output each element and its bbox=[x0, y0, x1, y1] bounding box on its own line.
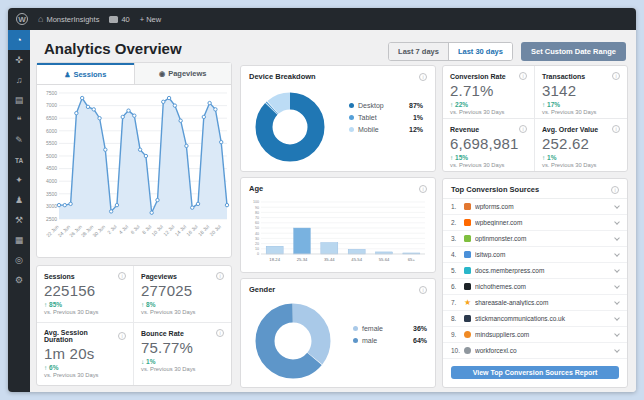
info-icon[interactable]: i bbox=[612, 125, 620, 133]
svg-text:0: 0 bbox=[257, 252, 259, 256]
chevron-down-icon[interactable] bbox=[614, 331, 620, 337]
ecommerce-stats-grid: Conversion Ratei2.71%↑ 22%vs. Previous 3… bbox=[442, 65, 628, 172]
favicon-icon bbox=[464, 331, 471, 338]
wp-admin-bar: W ⌂ MonsterInsights 40 + New bbox=[8, 8, 636, 30]
chevron-down-icon[interactable] bbox=[614, 267, 620, 273]
set-custom-date-range-button[interactable]: Set Custom Date Range bbox=[521, 42, 626, 61]
stat-card-bounce-rate: Bounce Ratei75.77%↓ 1%vs. Previous 30 Da… bbox=[134, 323, 231, 385]
sidebar-item-plugins[interactable]: ✦ bbox=[8, 170, 30, 190]
svg-text:80: 80 bbox=[255, 211, 259, 215]
site-name-menu[interactable]: ⌂ MonsterInsights bbox=[38, 14, 99, 24]
sidebar-item-comments[interactable]: ❝ bbox=[8, 110, 30, 130]
sidebar-item-users[interactable]: ♟ bbox=[8, 190, 30, 210]
sidebar-item-media[interactable]: ♫ bbox=[8, 70, 30, 90]
sidebar-item-pages[interactable]: ▤ bbox=[8, 90, 30, 110]
last-7-days-button[interactable]: Last 7 days bbox=[389, 43, 448, 60]
legend-value: 1% bbox=[413, 114, 423, 121]
source-row[interactable]: 8.stickmancommunications.co.uk bbox=[443, 311, 627, 327]
users-icon: ♟ bbox=[15, 195, 23, 205]
wordpress-logo-icon: W bbox=[16, 13, 28, 25]
source-row[interactable]: 4.isitwp.com bbox=[443, 247, 627, 263]
plugins-icon: ✦ bbox=[15, 175, 23, 185]
stat-card-transactions: Transactionsi3142↑ 17%vs. Previous 30 Da… bbox=[535, 66, 627, 119]
chevron-down-icon[interactable] bbox=[614, 283, 620, 289]
info-icon[interactable]: i bbox=[419, 73, 427, 81]
chevron-down-icon[interactable] bbox=[614, 347, 620, 353]
source-row[interactable]: 2.wpbeginner.com bbox=[443, 215, 627, 231]
source-row[interactable]: 7.★shareasale-analytics.com bbox=[443, 295, 627, 311]
info-icon[interactable]: i bbox=[419, 185, 427, 193]
info-icon[interactable]: i bbox=[216, 272, 224, 280]
info-icon[interactable]: i bbox=[611, 186, 619, 194]
source-rank: 4. bbox=[451, 251, 464, 258]
info-icon[interactable]: i bbox=[118, 272, 126, 280]
home-icon: ⌂ bbox=[38, 14, 43, 24]
stat-value: 6,698,981 bbox=[450, 135, 527, 152]
tab-pageviews-label: Pageviews bbox=[168, 69, 206, 78]
stat-change: ↑ 22% bbox=[450, 101, 527, 108]
source-row[interactable]: 1.wpforms.com bbox=[443, 199, 627, 215]
chevron-down-icon[interactable] bbox=[614, 299, 620, 305]
sidebar-item-insights[interactable]: ◎ bbox=[8, 250, 30, 270]
stat-note: vs. Previous 30 Days bbox=[542, 162, 620, 168]
sources-list: 1.wpforms.com2.wpbeginner.com3.optinmons… bbox=[443, 199, 627, 359]
svg-text:35-44: 35-44 bbox=[324, 257, 335, 262]
tab-pageviews[interactable]: ◉ Pageviews bbox=[134, 63, 232, 84]
svg-text:90: 90 bbox=[255, 206, 259, 210]
svg-text:55-64: 55-64 bbox=[379, 257, 390, 262]
chevron-down-icon[interactable] bbox=[614, 235, 620, 241]
chevron-down-icon[interactable] bbox=[614, 315, 620, 321]
svg-text:5000: 5000 bbox=[46, 153, 57, 159]
stat-card-avg-order-value: Avg. Order Valuei252.62↑ 1%vs. Previous … bbox=[535, 119, 627, 171]
svg-text:100: 100 bbox=[253, 200, 259, 204]
source-row[interactable]: 9.mindsuppliers.com bbox=[443, 327, 627, 343]
svg-text:2500: 2500 bbox=[46, 216, 57, 222]
stat-head: Transactionsi bbox=[542, 72, 620, 80]
new-content-menu[interactable]: + New bbox=[140, 15, 161, 24]
new-label: + New bbox=[140, 15, 161, 24]
chevron-down-icon[interactable] bbox=[614, 251, 620, 257]
wp-logo-menu[interactable]: W bbox=[16, 13, 28, 25]
sidebar-item-tools[interactable]: ⚒ bbox=[8, 210, 30, 230]
stat-head: Pageviewsi bbox=[141, 272, 224, 280]
view-sources-report-button[interactable]: View Top Conversion Sources Report bbox=[451, 366, 619, 379]
chevron-down-icon[interactable] bbox=[614, 219, 620, 225]
favicon-icon bbox=[464, 347, 471, 354]
sidebar-item-settings[interactable]: ▦ bbox=[8, 230, 30, 250]
svg-text:2 Jul: 2 Jul bbox=[106, 223, 118, 235]
svg-text:18-24: 18-24 bbox=[269, 257, 280, 262]
stat-card-conversion-rate: Conversion Ratei2.71%↑ 22%vs. Previous 3… bbox=[443, 66, 535, 119]
source-domain: wpbeginner.com bbox=[475, 219, 615, 226]
stat-head: Revenuei bbox=[450, 125, 527, 133]
source-row[interactable]: 10.workforcexl.co bbox=[443, 343, 627, 359]
sidebar-item-analytics-ta[interactable]: TA bbox=[8, 150, 30, 170]
gender-donut-chart bbox=[253, 301, 333, 381]
svg-text:18 Jul: 18 Jul bbox=[197, 223, 211, 237]
stat-change: ↑ 17% bbox=[542, 101, 620, 108]
last-30-days-button[interactable]: Last 30 days bbox=[448, 43, 512, 60]
info-icon[interactable]: i bbox=[519, 72, 527, 80]
tab-sessions[interactable]: ♟ Sessions bbox=[37, 63, 134, 84]
svg-text:70: 70 bbox=[255, 216, 259, 220]
info-icon[interactable]: i bbox=[118, 332, 126, 340]
source-row[interactable]: 5.docs.memberpress.com bbox=[443, 263, 627, 279]
comments-menu[interactable]: 40 bbox=[109, 15, 129, 24]
sidebar-item-dashboard[interactable]: ◔ bbox=[8, 30, 30, 50]
source-row[interactable]: 3.optinmonster.com bbox=[443, 231, 627, 247]
stat-change: ↑ 15% bbox=[450, 154, 527, 161]
stat-card-revenue: Revenuei6,698,981↑ 15%vs. Previous 30 Da… bbox=[443, 119, 535, 171]
source-row[interactable]: 6.nichothemes.com bbox=[443, 279, 627, 295]
svg-text:7000: 7000 bbox=[46, 102, 57, 108]
info-icon[interactable]: i bbox=[519, 125, 527, 133]
svg-text:6000: 6000 bbox=[46, 128, 57, 134]
sidebar-item-collapse[interactable]: ⚙ bbox=[8, 270, 30, 290]
svg-text:16 Jul: 16 Jul bbox=[185, 223, 199, 237]
chevron-down-icon[interactable] bbox=[614, 203, 620, 209]
tab-sessions-label: Sessions bbox=[73, 70, 106, 79]
info-icon[interactable]: i bbox=[612, 72, 620, 80]
svg-text:30 Jun: 30 Jun bbox=[91, 223, 106, 238]
sidebar-item-appearance[interactable]: ✎ bbox=[8, 130, 30, 150]
sidebar-item-posts[interactable]: ✜ bbox=[8, 50, 30, 70]
info-icon[interactable]: i bbox=[216, 329, 224, 337]
info-icon[interactable]: i bbox=[419, 286, 427, 294]
